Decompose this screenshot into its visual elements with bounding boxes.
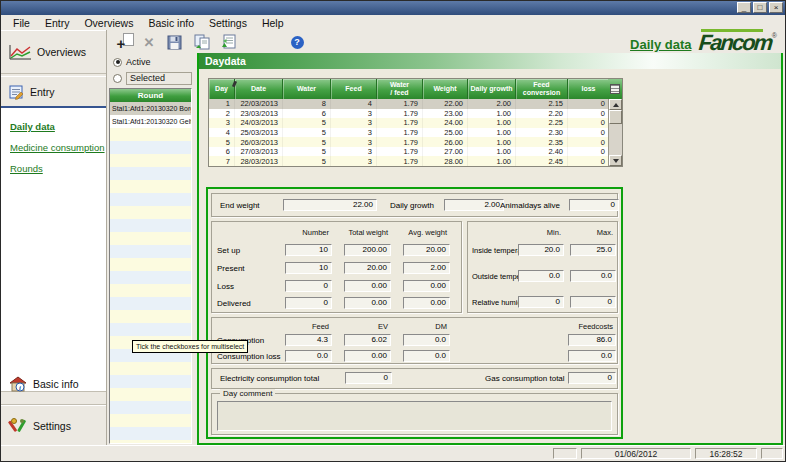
sidebar-item-label: Entry bbox=[30, 86, 55, 98]
daydata-table: DayDateWaterFeedWater / feedWeightDaily … bbox=[208, 78, 623, 167]
field[interactable]: 25.0 bbox=[570, 244, 616, 256]
sidebar-link-rounds[interactable]: Rounds bbox=[1, 158, 106, 179]
field[interactable]: 0.00 bbox=[344, 350, 391, 362]
menu-item-settings[interactable]: Settings bbox=[203, 17, 256, 29]
table-row[interactable]: 728/03/2013531.7928.001.002.450 bbox=[209, 156, 610, 166]
field[interactable]: 0.00 bbox=[403, 297, 450, 309]
sidebar-item-basic-info[interactable]: i Basic info bbox=[1, 363, 106, 405]
refresh-list-button[interactable] bbox=[217, 32, 241, 52]
table-row[interactable]: 223/03/2013631.7923.001.002.200 bbox=[209, 109, 610, 119]
add-button[interactable]: + bbox=[113, 32, 137, 52]
field[interactable]: 20.0 bbox=[518, 244, 564, 256]
table-row[interactable]: 122/03/2013841.7922.002.002.150 bbox=[209, 99, 610, 109]
sidebar-item-label: Settings bbox=[33, 420, 71, 432]
tools-icon bbox=[8, 417, 28, 435]
field[interactable]: 20.00 bbox=[403, 244, 450, 256]
sidebar-item-settings[interactable]: Settings bbox=[1, 405, 106, 447]
field[interactable]: 20.00 bbox=[344, 262, 391, 274]
sidebar-item-entry[interactable]: Entry bbox=[1, 76, 106, 106]
field[interactable]: 10 bbox=[285, 244, 332, 256]
status-cell-empty bbox=[553, 448, 577, 459]
sidebar-link-medicine-consumption[interactable]: Medicine consumption bbox=[1, 137, 106, 158]
filter-button[interactable] bbox=[608, 79, 622, 99]
column-header-feed-conversion[interactable]: Feed conversion bbox=[516, 79, 568, 99]
round-list-item[interactable]: Stal1:Afd1:20130320 Borgen bbox=[110, 102, 191, 115]
field[interactable]: 0 bbox=[285, 280, 332, 292]
table-row[interactable]: 324/03/2013531.7924.001.002.250 bbox=[209, 118, 610, 128]
radio-selected-label: Selected bbox=[126, 72, 192, 85]
maximize-button[interactable]: □ bbox=[753, 2, 767, 13]
round-list-item[interactable]: Stal1:Afd1:20130320 Gelten bbox=[110, 115, 191, 128]
animaldays-alive-field[interactable]: 0 bbox=[569, 199, 619, 211]
table-row[interactable]: 425/03/2013531.7925.001.002.300 bbox=[209, 128, 610, 138]
daily-growth-field[interactable]: 2.00 bbox=[444, 199, 504, 211]
electricity-field[interactable]: 0 bbox=[345, 372, 392, 384]
field[interactable]: 0 bbox=[518, 296, 564, 308]
table-scrollbar[interactable] bbox=[608, 99, 622, 166]
round-list-header[interactable]: Round bbox=[110, 89, 191, 102]
copy-button[interactable] bbox=[190, 32, 214, 52]
daily-growth-label: Daily growth bbox=[390, 201, 434, 210]
radio-active-label: Active bbox=[126, 57, 151, 67]
daydata-form: End weight 22.00 Daily growth 2.00 Anima… bbox=[206, 187, 623, 439]
save-button[interactable] bbox=[162, 32, 186, 52]
table-header-row: DayDateWaterFeedWater / feedWeightDaily … bbox=[209, 79, 610, 99]
menu-item-overviews[interactable]: Overviews bbox=[78, 17, 142, 29]
fancom-logo: Fancom® bbox=[699, 29, 777, 54]
sidebar-item-overviews[interactable]: Overviews bbox=[1, 30, 106, 74]
field[interactable]: 6.02 bbox=[344, 334, 391, 346]
field[interactable]: 10 bbox=[285, 262, 332, 274]
field[interactable]: 0.0 bbox=[285, 350, 332, 362]
scroll-up-button[interactable] bbox=[609, 99, 622, 110]
field[interactable]: 0.0 bbox=[403, 334, 450, 346]
chart-icon bbox=[8, 44, 32, 61]
column-header-water-feed[interactable]: Water / feed bbox=[377, 79, 423, 99]
field[interactable]: 0.0 bbox=[403, 350, 450, 362]
column-header-feed[interactable]: Feed bbox=[331, 79, 377, 99]
menu-item-file[interactable]: File bbox=[7, 17, 39, 29]
round-empty-row bbox=[110, 271, 191, 284]
day-comment-textarea[interactable] bbox=[217, 401, 612, 431]
gas-field[interactable]: 0 bbox=[568, 372, 616, 384]
sidebar-link-daily-data[interactable]: Daily data bbox=[1, 116, 106, 137]
field[interactable]: 2.00 bbox=[403, 262, 450, 274]
field[interactable]: 86.0 bbox=[568, 334, 616, 346]
field[interactable]: 0 bbox=[570, 296, 616, 308]
round-empty-row bbox=[110, 206, 191, 219]
column-header-loss[interactable]: loss bbox=[568, 79, 610, 99]
field[interactable]: 0.0 bbox=[568, 350, 616, 362]
menu-item-help[interactable]: Help bbox=[256, 17, 293, 29]
delete-button[interactable]: ✕ bbox=[137, 32, 161, 52]
column-header-water[interactable]: Water bbox=[283, 79, 331, 99]
column-header-daily-growth[interactable]: Daily growth bbox=[468, 79, 516, 99]
minimize-button[interactable]: _ bbox=[737, 2, 751, 13]
field[interactable]: 0.00 bbox=[344, 280, 391, 292]
column-header-date[interactable]: Date bbox=[235, 79, 283, 99]
table-body: 122/03/2013841.7922.002.002.150223/03/20… bbox=[209, 99, 610, 166]
table-row[interactable]: 526/03/2013531.7926.001.002.350 bbox=[209, 137, 610, 147]
day-comment-label: Day comment bbox=[220, 389, 275, 398]
field[interactable]: 0.00 bbox=[344, 297, 391, 309]
energy-groupbox: Electricity consumption total 0 Gas cons… bbox=[211, 368, 618, 389]
end-weight-field[interactable]: 22.00 bbox=[283, 199, 377, 211]
field[interactable]: 4.3 bbox=[285, 334, 332, 346]
column-header-weight[interactable]: Weight bbox=[423, 79, 468, 99]
field[interactable]: 0.0 bbox=[518, 270, 564, 282]
field[interactable]: 0.00 bbox=[403, 280, 450, 292]
save-icon bbox=[167, 35, 182, 50]
menu-item-basic-info[interactable]: Basic info bbox=[142, 17, 203, 29]
menu-item-entry[interactable]: Entry bbox=[39, 17, 79, 29]
radio-selected[interactable]: Selected bbox=[113, 72, 192, 85]
field[interactable]: 0 bbox=[285, 297, 332, 309]
scroll-down-button[interactable] bbox=[609, 155, 622, 166]
table-row[interactable]: 627/03/2013531.7927.001.002.400 bbox=[209, 147, 610, 157]
radio-active[interactable]: Active bbox=[113, 57, 151, 67]
app-window: _ □ × FileEntryOverviewsBasic infoSettin… bbox=[0, 0, 786, 462]
field[interactable]: 200.00 bbox=[344, 244, 391, 256]
field[interactable]: 0.0 bbox=[570, 270, 616, 282]
scroll-thumb[interactable] bbox=[609, 110, 622, 124]
help-button[interactable]: ? bbox=[285, 32, 309, 52]
close-button[interactable]: × bbox=[769, 2, 783, 13]
column-header-day[interactable]: Day bbox=[209, 79, 235, 99]
animaldays-alive-label: Animaldays alive bbox=[500, 201, 560, 210]
